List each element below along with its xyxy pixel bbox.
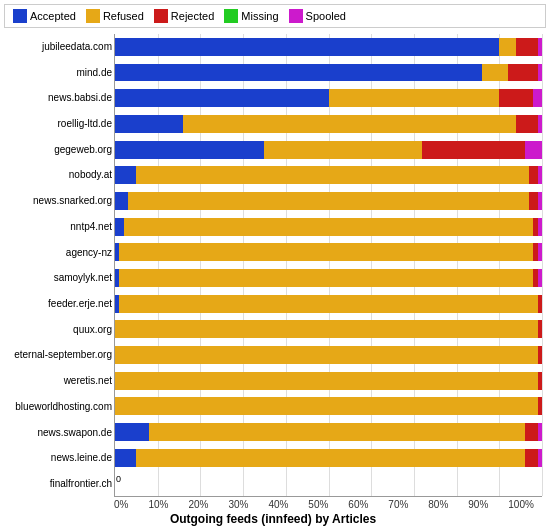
bar-segment-rejected (529, 192, 538, 210)
bar-segment-spooled (533, 89, 542, 107)
legend-color-box (13, 9, 27, 23)
y-axis-label: gegeweb.org (4, 144, 112, 156)
bar-segment-rejected (525, 423, 538, 441)
bar-segment-accepted (115, 64, 482, 82)
x-axis-label: 10% (148, 499, 168, 510)
bar-segment-rejected (499, 89, 533, 107)
legend-color-box (154, 9, 168, 23)
bar-segment-spooled (538, 115, 542, 133)
bar-stack: 86794718 (115, 89, 542, 107)
y-axis-label: samoylyk.net (4, 272, 112, 284)
bar-segment-refused (128, 192, 529, 210)
bar-zero-label: 0 (116, 474, 121, 484)
legend-color-box (289, 9, 303, 23)
bar-stack: 82514 (115, 423, 542, 441)
bars-area: 8680823384437760867947188696158021077918… (114, 34, 542, 497)
bar-stack: 546125 (115, 372, 542, 390)
bar-segment-refused (115, 320, 538, 338)
y-axis-label: eternal-september.org (4, 349, 112, 361)
bar-segment-spooled (538, 64, 542, 82)
bar-row: 8401187 (115, 214, 542, 240)
bar-row: 864196 (115, 265, 542, 291)
bar-segment-refused (115, 397, 538, 415)
bar-stack: 2107791 (115, 141, 542, 159)
bar-segment-spooled (538, 243, 542, 261)
bar-segment-rejected (529, 166, 538, 184)
bar-segment-refused (119, 295, 537, 313)
legend-item: Spooled (289, 9, 346, 23)
bar-row: 86794718 (115, 85, 542, 111)
legend-item: Missing (224, 9, 278, 23)
x-axis-label: 50% (308, 499, 328, 510)
bar-segment-refused (264, 141, 422, 159)
bar-stack: 749652 (115, 295, 542, 313)
bar-stack: 868236 (115, 320, 542, 338)
bar-stack: 8607489 (115, 166, 542, 184)
bar-segment-spooled (538, 449, 542, 467)
x-axis-label: 60% (348, 499, 368, 510)
bar-stack: 50311 (115, 449, 542, 467)
bar-segment-refused (119, 243, 533, 261)
x-axis-labels: 0%10%20%30%40%50%60%70%80%90%100% (114, 499, 542, 510)
y-axis-label: news.leine.de (4, 452, 112, 464)
legend-label: Spooled (306, 10, 346, 22)
bar-segment-accepted (115, 141, 264, 159)
bar-segment-refused (149, 423, 525, 441)
bar-segment-accepted (115, 89, 329, 107)
x-axis-label: 20% (188, 499, 208, 510)
bar-segment-rejected (538, 295, 542, 313)
bar-stack: 86961580 (115, 115, 542, 133)
x-axis-label: 30% (228, 499, 248, 510)
grid-line (542, 34, 543, 496)
bar-row: 50311 (115, 445, 542, 471)
x-axis-title: Outgoing feeds (innfeed) by Articles (4, 512, 542, 526)
y-axis-label: nobody.at (4, 169, 112, 181)
bar-segment-spooled (538, 218, 542, 236)
bar-segment-refused (499, 38, 516, 56)
bar-segment-rejected (538, 346, 542, 364)
bar-segment-refused (115, 346, 538, 364)
bar-segment-refused (136, 449, 525, 467)
bar-stack: 84437760 (115, 64, 542, 82)
bar-segment-accepted (115, 38, 499, 56)
legend-label: Missing (241, 10, 278, 22)
y-axis-label: feeder.erje.net (4, 298, 112, 310)
bar-segment-refused (119, 269, 533, 287)
bar-segment-accepted (115, 218, 124, 236)
bar-segment-refused (124, 218, 534, 236)
bar-row: 2107791 (115, 137, 542, 163)
x-axis-label: 80% (428, 499, 448, 510)
bar-segment-spooled (538, 269, 542, 287)
bar-segment-refused (136, 166, 529, 184)
bar-segment-rejected (538, 372, 542, 390)
bar-stack: 682822 (115, 397, 542, 415)
bar-stack: 0 (115, 474, 542, 492)
legend-item: Rejected (154, 9, 214, 23)
x-axis-label: 70% (388, 499, 408, 510)
legend-color-box (224, 9, 238, 23)
bar-row: 86961580 (115, 111, 542, 137)
bar-stack: 652228 (115, 346, 542, 364)
bar-segment-rejected (516, 115, 537, 133)
chart-area: jubileedata.commind.denews.babsi.deroell… (0, 32, 550, 530)
bar-row: 86808233 (115, 34, 542, 60)
y-axis-label: jubileedata.com (4, 41, 112, 53)
bar-segment-rejected (538, 320, 542, 338)
bar-segment-accepted (115, 423, 149, 441)
y-axis-label: mind.de (4, 67, 112, 79)
bar-segment-spooled (538, 423, 542, 441)
bar-segment-rejected (538, 397, 542, 415)
y-axis-label: news.swapon.de (4, 427, 112, 439)
y-axis-label: nntp4.net (4, 221, 112, 233)
bar-row: 8607489 (115, 162, 542, 188)
y-axis-label: blueworldhosting.com (4, 401, 112, 413)
bar-segment-accepted (115, 449, 136, 467)
chart-container: AcceptedRefusedRejectedMissingSpooled ju… (0, 0, 550, 530)
bar-stack: 8401187 (115, 218, 542, 236)
chart-body: jubileedata.commind.denews.babsi.deroell… (4, 34, 542, 497)
y-axis-labels: jubileedata.commind.denews.babsi.deroell… (4, 34, 114, 497)
bar-segment-spooled (538, 38, 542, 56)
legend-color-box (86, 9, 100, 23)
y-axis-label: agency-nz (4, 247, 112, 259)
bar-segment-spooled (525, 141, 542, 159)
